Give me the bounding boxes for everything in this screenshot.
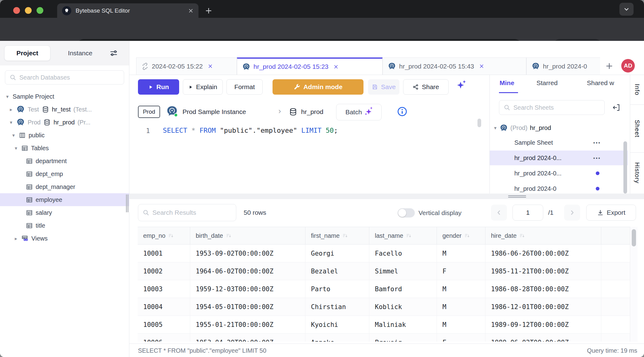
prev-page-button[interactable] bbox=[491, 205, 507, 221]
tab-shared[interactable]: Shared w bbox=[587, 79, 614, 87]
sheet-item-unsaved[interactable]: hr_prod 2024-0... bbox=[490, 166, 628, 181]
page-number-box[interactable] bbox=[512, 205, 543, 221]
page-number-input[interactable] bbox=[516, 209, 540, 216]
caret-down-icon[interactable]: ▾ bbox=[11, 132, 16, 138]
search-sheets-input[interactable] bbox=[513, 104, 600, 111]
next-page-button[interactable] bbox=[564, 205, 580, 221]
sort-icon[interactable] bbox=[226, 233, 232, 239]
column-header-emp-no[interactable]: emp_no bbox=[138, 227, 190, 244]
collapse-panel-icon[interactable] bbox=[612, 103, 621, 112]
sheet-item-sample[interactable]: Sample Sheet ••• bbox=[490, 135, 628, 150]
tree-item-table-department[interactable]: department bbox=[0, 155, 129, 167]
column-header-hire-date[interactable]: hire_date bbox=[485, 227, 601, 244]
tree-item-views-group[interactable]: ▸ Views bbox=[0, 232, 129, 245]
admin-mode-button[interactable]: Admin mode bbox=[273, 79, 363, 95]
sort-icon[interactable] bbox=[519, 233, 525, 239]
tree-item-hr-prod[interactable]: ▾ Prod hr_prod (Pr... bbox=[0, 116, 129, 129]
sql-code-line[interactable]: SELECT * FROM "public"."employee" LIMIT … bbox=[163, 127, 338, 134]
sidebar-resize-handle[interactable] bbox=[126, 194, 128, 212]
tree-item-table-title[interactable]: title bbox=[0, 219, 129, 232]
format-button[interactable]: Format bbox=[226, 79, 263, 95]
table-row[interactable]: 100041954-05-01T00:00:00ZChirstianKoblic… bbox=[138, 298, 630, 316]
caret-down-icon[interactable]: ▾ bbox=[5, 94, 10, 100]
tab-starred[interactable]: Starred bbox=[536, 79, 558, 87]
connection-info-icon[interactable] bbox=[397, 106, 407, 117]
caret-right-icon[interactable]: ▸ bbox=[14, 236, 18, 241]
tree-item-hr-test[interactable]: ▸ Test hr_test (Test... bbox=[0, 103, 129, 116]
sheet-tab-2-active[interactable]: hr_prod 2024-02-05 15:23 bbox=[237, 57, 383, 75]
new-sheet-tab-button[interactable] bbox=[605, 62, 614, 70]
results-scrollbar-track[interactable] bbox=[630, 227, 638, 342]
batch-mode-button[interactable]: Batch bbox=[336, 104, 382, 120]
caret-down-icon[interactable]: ▾ bbox=[9, 120, 14, 125]
tree-item-schema-public[interactable]: ▾ public bbox=[0, 129, 129, 142]
sheet-item-clipped[interactable]: hr_prod 2024-0 bbox=[490, 181, 628, 194]
panel-splitter[interactable] bbox=[129, 194, 644, 199]
caret-right-icon[interactable]: ▸ bbox=[9, 107, 14, 112]
share-button[interactable]: Share bbox=[403, 79, 449, 95]
browser-tab-close-icon[interactable] bbox=[188, 8, 194, 14]
search-sheets-box[interactable] bbox=[499, 100, 605, 115]
sheet-menu-icon[interactable]: ••• bbox=[593, 140, 601, 145]
browser-tab[interactable]: Bytebase SQL Editor bbox=[57, 3, 198, 18]
user-avatar[interactable]: AD bbox=[621, 59, 635, 73]
tree-item-table-employee[interactable]: employee bbox=[0, 193, 129, 206]
macos-minimize-button[interactable] bbox=[25, 7, 32, 14]
close-tab-icon[interactable] bbox=[333, 64, 339, 69]
database-name[interactable]: hr_prod bbox=[301, 108, 323, 116]
table-row[interactable]: 100051955-01-21T00:00:00ZKyoichiMaliniak… bbox=[138, 316, 630, 334]
sheet-item-selected[interactable]: hr_prod 2024-0... ••• bbox=[490, 151, 628, 165]
table-row[interactable]: 100031959-12-03T00:00:00ZPartoBamfordM19… bbox=[138, 280, 630, 298]
sort-icon[interactable] bbox=[168, 233, 174, 239]
column-header-first-name[interactable]: first_name bbox=[305, 227, 369, 244]
sheet-tab-3[interactable]: hr_prod 2024-02-05 15:43 bbox=[383, 57, 526, 75]
save-button[interactable]: Save bbox=[368, 79, 399, 95]
search-databases-input[interactable] bbox=[19, 74, 120, 81]
ai-assistant-sparkles-icon[interactable] bbox=[456, 81, 465, 90]
search-results-input[interactable] bbox=[152, 209, 232, 216]
column-header-birth-date[interactable]: birth_date bbox=[190, 227, 305, 244]
results-scrollbar-thumb[interactable] bbox=[632, 229, 636, 246]
tab-instance[interactable]: Instance bbox=[60, 45, 100, 61]
tree-item-tables-group[interactable]: ▾ Tables bbox=[0, 142, 129, 155]
search-databases-box[interactable] bbox=[5, 70, 124, 84]
column-header-gender[interactable]: gender bbox=[437, 227, 485, 244]
caret-down-icon[interactable]: ▾ bbox=[14, 145, 18, 151]
export-button[interactable]: Export bbox=[586, 205, 636, 221]
column-header-last-name[interactable]: last_name bbox=[369, 227, 437, 244]
side-tab-history[interactable]: History bbox=[630, 153, 644, 193]
vertical-display-toggle[interactable] bbox=[398, 208, 415, 218]
table-row[interactable]: 100021964-06-02T00:00:00ZBezalelSimmelF1… bbox=[138, 262, 630, 280]
sheet-tab-1[interactable]: 2024-02-05 15:22 bbox=[136, 57, 237, 75]
sheet-menu-icon[interactable]: ••• bbox=[593, 155, 601, 161]
macos-zoom-button[interactable] bbox=[37, 7, 43, 14]
editor-scrollbar-thumb[interactable] bbox=[477, 119, 481, 127]
close-tab-icon[interactable] bbox=[208, 64, 213, 69]
explain-button[interactable]: Explain bbox=[183, 79, 223, 95]
search-results-box[interactable] bbox=[138, 204, 236, 221]
table-row-clipped[interactable]: 100061953-04-20T00:00:00ZAnnekePreusigF1… bbox=[138, 334, 630, 342]
sheet-list-scrollbar-thumb[interactable] bbox=[623, 141, 627, 194]
splitter-drag-handle[interactable] bbox=[508, 195, 526, 198]
tab-project[interactable]: Project bbox=[4, 45, 50, 61]
sort-icon[interactable] bbox=[464, 233, 470, 239]
tree-item-table-salary[interactable]: salary bbox=[0, 206, 129, 219]
run-button[interactable]: Run bbox=[138, 79, 179, 95]
macos-close-button[interactable] bbox=[13, 7, 20, 14]
sort-icon[interactable] bbox=[342, 233, 348, 239]
side-tab-info[interactable]: Info bbox=[630, 75, 644, 105]
table-row[interactable]: 100011953-09-02T00:00:00ZGeorgiFacelloM1… bbox=[138, 245, 630, 262]
tree-item-table-dept-emp[interactable]: dept_emp bbox=[0, 167, 129, 180]
sort-icon[interactable] bbox=[406, 233, 412, 239]
tab-mine[interactable]: Mine bbox=[500, 79, 514, 87]
sheet-group-row[interactable]: ▾ (Prod) hr_prod bbox=[490, 121, 628, 135]
sheet-tab-4[interactable]: hr_prod 2024-0 bbox=[526, 57, 600, 75]
tree-item-project[interactable]: ▾ Sample Project bbox=[0, 90, 129, 103]
filter-settings-icon[interactable] bbox=[109, 49, 118, 57]
instance-name[interactable]: Prod Sample Instance bbox=[183, 108, 246, 116]
new-tab-button[interactable] bbox=[205, 7, 213, 15]
caret-down-icon[interactable]: ▾ bbox=[494, 125, 497, 131]
side-tab-sheet[interactable]: Sheet bbox=[630, 105, 644, 153]
close-tab-icon[interactable] bbox=[479, 64, 484, 69]
tree-item-table-dept-manager[interactable]: dept_manager bbox=[0, 180, 129, 193]
